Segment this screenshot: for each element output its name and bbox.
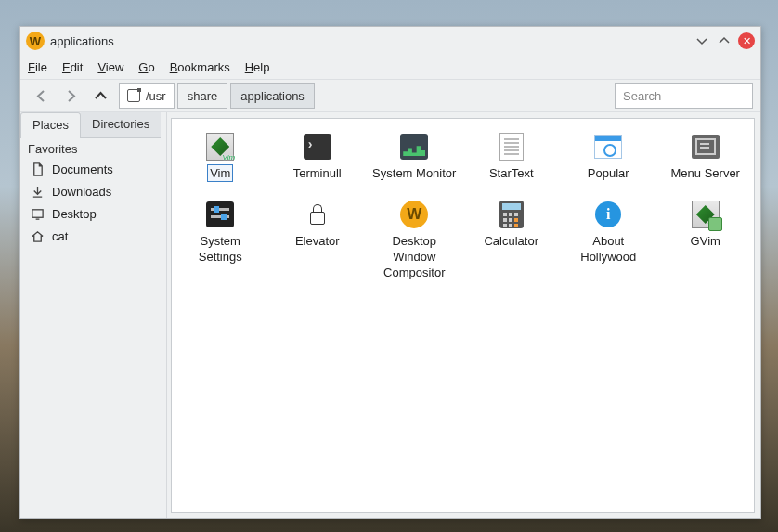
gvim-icon bbox=[691, 200, 720, 229]
file-manager-window: W applications ✕ File Edit View Go Bookm… bbox=[19, 26, 761, 519]
sidebar-tabs: Places Directories bbox=[20, 112, 166, 138]
sidebar-item-home[interactable]: cat bbox=[20, 225, 166, 247]
file-item-label: GVim bbox=[689, 233, 722, 249]
file-item[interactable]: StarText bbox=[463, 126, 561, 194]
breadcrumb-applications[interactable]: applications bbox=[230, 83, 315, 109]
file-item-label: About Hollywood bbox=[564, 233, 654, 265]
lock-icon bbox=[303, 200, 332, 229]
pop-icon bbox=[593, 132, 623, 162]
file-item[interactable]: System Settings bbox=[172, 194, 269, 293]
file-item[interactable]: WDesktop Window Compositor bbox=[366, 194, 463, 293]
tab-places[interactable]: Places bbox=[20, 112, 81, 138]
file-item[interactable]: System Monitor bbox=[366, 126, 463, 194]
maximize-button[interactable] bbox=[716, 32, 733, 49]
desktop-icon bbox=[30, 206, 45, 221]
file-item-label: StarText bbox=[487, 165, 536, 181]
menu-bookmarks[interactable]: Bookmarks bbox=[170, 60, 230, 74]
toolbar: /usr share applications bbox=[20, 79, 760, 112]
app-icon: W bbox=[26, 32, 45, 50]
disk-icon bbox=[127, 89, 140, 102]
sidebar-item-label: cat bbox=[52, 229, 68, 243]
sidebar-item-label: Desktop bbox=[52, 207, 97, 221]
nav-forward-button[interactable] bbox=[58, 83, 84, 109]
sidebar-item-documents[interactable]: Documents bbox=[20, 158, 166, 180]
file-item-label: Popular bbox=[586, 165, 631, 181]
menu-help[interactable]: Help bbox=[245, 60, 270, 74]
calc-icon bbox=[497, 200, 526, 229]
w-icon: W bbox=[399, 200, 429, 229]
file-view[interactable]: VimTerminullSystem MonitorStarTextPopula… bbox=[171, 118, 755, 513]
breadcrumb-share[interactable]: share bbox=[177, 83, 228, 109]
file-item[interactable]: Terminull bbox=[269, 126, 367, 194]
file-item[interactable]: GVim bbox=[657, 194, 755, 293]
file-item-label: System Settings bbox=[175, 233, 266, 265]
sidebar-item-label: Downloads bbox=[52, 185, 111, 199]
sidebar-item-label: Documents bbox=[52, 162, 113, 176]
tab-directories[interactable]: Directories bbox=[81, 112, 161, 138]
settings-icon bbox=[205, 200, 235, 229]
svg-rect-0 bbox=[32, 209, 42, 216]
sidebar: Places Directories Favorites Documents D… bbox=[20, 112, 167, 518]
sidebar-item-desktop[interactable]: Desktop bbox=[20, 202, 166, 225]
sidebar-item-downloads[interactable]: Downloads bbox=[20, 180, 166, 202]
menubar: File Edit View Go Bookmarks Help bbox=[20, 55, 760, 79]
file-item-label: Terminull bbox=[292, 165, 344, 181]
file-item[interactable]: Elevator bbox=[269, 194, 367, 293]
file-item-label: Elevator bbox=[293, 233, 342, 249]
file-item-label: System Monitor bbox=[370, 165, 458, 181]
file-item[interactable]: Vim bbox=[172, 126, 269, 194]
info-icon: i bbox=[593, 200, 623, 229]
menu-file[interactable]: File bbox=[28, 60, 47, 74]
home-icon bbox=[30, 228, 45, 243]
window-title: applications bbox=[50, 34, 688, 48]
menu-edit[interactable]: Edit bbox=[62, 60, 83, 74]
titlebar[interactable]: W applications ✕ bbox=[20, 27, 760, 55]
menu-go[interactable]: Go bbox=[138, 60, 154, 74]
close-button[interactable]: ✕ bbox=[738, 32, 755, 49]
minimize-button[interactable] bbox=[694, 32, 710, 49]
file-item[interactable]: Calculator bbox=[463, 194, 561, 293]
nav-up-button[interactable] bbox=[87, 83, 113, 109]
file-item[interactable]: Menu Server bbox=[657, 126, 755, 194]
favorites-header: Favorites bbox=[20, 138, 166, 158]
nav-back-button[interactable] bbox=[28, 83, 54, 109]
term-icon bbox=[303, 132, 332, 162]
file-item-label: Desktop Window Compositor bbox=[370, 233, 460, 280]
document-icon bbox=[30, 162, 45, 176]
download-icon bbox=[30, 184, 45, 199]
menu-icon bbox=[691, 132, 720, 162]
file-item[interactable]: iAbout Hollywood bbox=[560, 194, 657, 293]
vim-icon bbox=[205, 132, 235, 162]
breadcrumb-root[interactable]: /usr bbox=[119, 83, 175, 109]
sysmon-icon bbox=[399, 132, 429, 162]
search-input[interactable] bbox=[615, 83, 753, 109]
breadcrumb-root-label: /usr bbox=[146, 89, 166, 103]
file-item-label: Vim bbox=[208, 165, 232, 181]
file-item-label: Calculator bbox=[482, 233, 540, 249]
menu-view[interactable]: View bbox=[97, 60, 123, 74]
file-item[interactable]: Popular bbox=[560, 126, 657, 194]
file-item-label: Menu Server bbox=[669, 165, 742, 181]
text-icon bbox=[497, 132, 526, 162]
